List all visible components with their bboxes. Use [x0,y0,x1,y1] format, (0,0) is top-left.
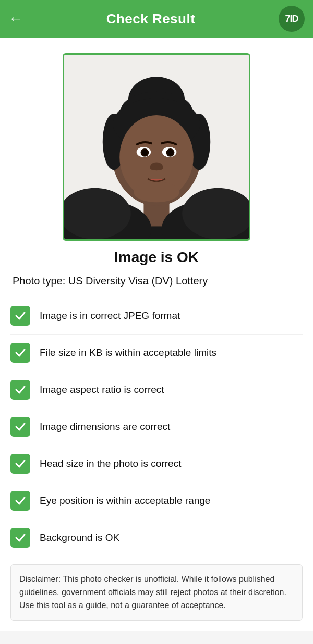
header: ← Check Result 7ID [0,0,313,38]
check-item-head-size: Head size in the photo is correct [10,445,303,482]
check-item-eye-position: Eye position is within acceptable range [10,482,303,519]
check-icon-background [10,528,30,548]
check-list: Image is in correct JPEG format File siz… [10,298,303,556]
check-icon-dimensions [10,417,30,437]
check-item-background: Background is OK [10,519,303,556]
page-title: Check Result [106,11,196,27]
svg-point-19 [168,150,173,155]
check-label-dimensions: Image dimensions are correct [40,420,170,434]
check-label-aspect-ratio: Image aspect ratio is correct [40,383,164,397]
svg-point-22 [158,165,163,170]
check-label-jpeg-format: Image is in correct JPEG format [40,309,180,323]
check-icon-jpeg-format [10,306,30,326]
back-button[interactable]: ← [8,11,23,26]
check-label-file-size: File size in KB is within acceptable lim… [40,346,216,360]
portrait-image [64,55,249,239]
svg-point-23 [134,182,180,202]
svg-point-18 [142,150,147,155]
app-logo: 7ID [279,6,305,32]
check-item-jpeg-format: Image is in correct JPEG format [10,298,303,335]
check-icon-head-size [10,454,30,474]
status-title: Image is OK [10,249,303,266]
check-icon-file-size [10,343,30,363]
main-content: Image is OK Photo type: US Diversity Vis… [0,38,313,621]
check-label-head-size: Head size in the photo is correct [40,457,181,470]
check-icon-aspect-ratio [10,380,30,400]
disclaimer: Disclaimer: This photo checker is unoffi… [10,564,303,621]
check-label-background: Background is OK [40,531,119,544]
check-icon-eye-position [10,491,30,511]
photo-type-label: Photo type: US Diversity Visa (DV) Lotte… [10,275,303,287]
check-label-eye-position: Eye position is within acceptable range [40,494,210,507]
check-item-dimensions: Image dimensions are correct [10,408,303,445]
svg-point-21 [150,165,155,170]
photo-wrapper [10,48,303,249]
check-item-aspect-ratio: Image aspect ratio is correct [10,371,303,408]
photo-frame [63,53,250,241]
check-item-file-size: File size in KB is within acceptable lim… [10,335,303,371]
